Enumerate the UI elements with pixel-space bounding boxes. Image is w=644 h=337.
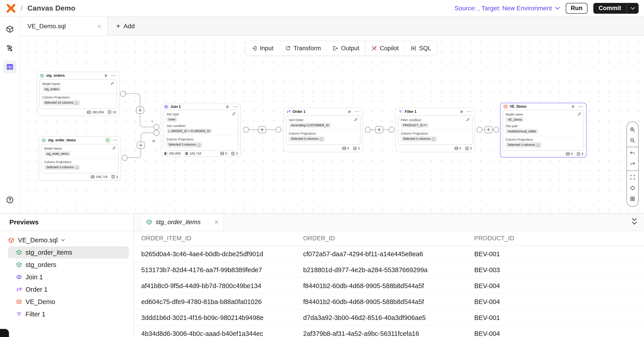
redo-button[interactable] bbox=[627, 159, 638, 170]
fit-view-button[interactable] bbox=[627, 172, 638, 183]
plus-icon: + bbox=[116, 22, 120, 30]
add-input-button[interactable]: Input bbox=[246, 41, 279, 56]
output-port[interactable] bbox=[243, 127, 249, 132]
info-icon[interactable]: i bbox=[75, 101, 78, 105]
environment-selector[interactable]: Source: , Target: New Environment bbox=[454, 5, 560, 12]
fullscreen-icon bbox=[630, 174, 636, 180]
center-view-button[interactable] bbox=[627, 183, 638, 193]
zoom-in-button[interactable] bbox=[627, 124, 638, 135]
output-port[interactable] bbox=[122, 155, 127, 160]
chevron-down-icon[interactable] bbox=[61, 239, 65, 241]
cell-order-id: b218801d-d977-4e2b-a284-55387669299a bbox=[303, 266, 474, 274]
commit-options-button[interactable] bbox=[626, 3, 638, 14]
output-port[interactable] bbox=[365, 127, 370, 132]
copilot-button[interactable]: Copilot bbox=[366, 41, 404, 56]
tree-item-filter-1[interactable]: Filter 1 bbox=[8, 308, 129, 320]
run-node-button[interactable] bbox=[105, 138, 111, 143]
sidebar-item-lineage[interactable] bbox=[3, 42, 16, 55]
sidebar-item-canvas-editor[interactable] bbox=[3, 60, 16, 73]
cube-icon bbox=[6, 25, 14, 33]
info-icon[interactable]: i bbox=[536, 144, 540, 147]
tree-item-stg-order-items[interactable]: stg_order_items bbox=[8, 246, 129, 258]
node-ve-demo[interactable]: VE_Demo ··· Model name VE_Demo File path bbox=[500, 103, 586, 158]
run-button[interactable]: Run bbox=[566, 3, 587, 14]
run-node-button[interactable] bbox=[225, 104, 230, 110]
floating-corner-element[interactable] bbox=[0, 329, 9, 337]
add-tab-button[interactable]: + Add bbox=[108, 17, 143, 36]
help-button[interactable] bbox=[3, 193, 16, 206]
node-menu-button[interactable]: ··· bbox=[354, 110, 360, 114]
column-count-stat: 3 bbox=[231, 152, 238, 155]
info-icon[interactable]: i bbox=[320, 138, 323, 141]
node-stg-orders[interactable]: stg_orders ··· Model Name stg_orders bbox=[37, 72, 119, 116]
sort-icon bbox=[286, 110, 290, 114]
node-join-1[interactable]: Join 1 ··· Join type Inner Join conditio… bbox=[161, 104, 241, 157]
commit-button[interactable]: Commit bbox=[593, 3, 627, 14]
tree-item-join-1[interactable]: Join 1 bbox=[8, 271, 129, 283]
run-node-button[interactable] bbox=[459, 109, 464, 114]
auto-layout-button[interactable] bbox=[627, 193, 638, 204]
close-preview-tab-icon[interactable]: × bbox=[214, 218, 218, 226]
table-row: b265d0a4-3c46-4ae4-b0db-dcbe25df901d cf0… bbox=[134, 246, 644, 262]
sidebar-item-models[interactable] bbox=[3, 23, 16, 36]
info-icon[interactable]: i bbox=[75, 166, 78, 169]
zoom-out-icon bbox=[630, 138, 636, 143]
input-port-left[interactable] bbox=[154, 124, 159, 130]
right-input-count: 106,718 bbox=[189, 152, 201, 155]
tree-item-label: Filter 1 bbox=[26, 310, 46, 318]
edit-icon[interactable] bbox=[466, 118, 470, 121]
run-node-button[interactable] bbox=[347, 109, 352, 114]
controls-divider bbox=[627, 171, 638, 171]
input-port[interactable] bbox=[389, 127, 394, 132]
node-menu-button[interactable]: ··· bbox=[113, 138, 118, 142]
input-port[interactable] bbox=[494, 127, 499, 132]
add-output-button[interactable]: Output bbox=[327, 41, 365, 56]
node-menu-button[interactable]: ··· bbox=[467, 110, 472, 114]
cell-product-id: BEV-004 bbox=[474, 298, 644, 305]
node-menu-button[interactable]: ··· bbox=[111, 73, 116, 78]
node-filter-1[interactable]: Filter 1 ··· Filter condition PRODUCT_ID… bbox=[396, 108, 475, 152]
output-port[interactable] bbox=[477, 127, 482, 132]
chevron-down-icon bbox=[555, 7, 560, 10]
rows-icon bbox=[87, 111, 90, 114]
input-port[interactable] bbox=[276, 127, 281, 132]
preview-tab-stg-order-items[interactable]: stg_order_items × bbox=[141, 214, 224, 231]
zoom-out-button[interactable] bbox=[627, 135, 638, 146]
edit-icon[interactable] bbox=[354, 118, 358, 121]
brand-logo-icon[interactable] bbox=[6, 3, 16, 13]
run-node-button[interactable] bbox=[570, 104, 576, 109]
cell-order-id: cf072a57-daa7-4294-bf11-a14e445e8ea6 bbox=[303, 250, 474, 258]
edit-icon[interactable] bbox=[578, 112, 581, 116]
sql-button[interactable]: SQL bbox=[405, 41, 437, 56]
tree-item-ve-demo[interactable]: VE_Demo bbox=[8, 296, 129, 308]
sort-icon bbox=[16, 286, 22, 292]
canvas[interactable]: L R Input Transform bbox=[20, 36, 644, 213]
cell-product-id: BEV-003 bbox=[474, 266, 644, 274]
column-header: ORDER_ID bbox=[303, 235, 474, 242]
info-icon[interactable]: i bbox=[197, 144, 200, 147]
output-port[interactable] bbox=[120, 91, 126, 97]
edit-icon[interactable] bbox=[110, 82, 114, 85]
model-cube-icon bbox=[40, 74, 44, 78]
card-divider bbox=[398, 130, 472, 130]
add-transform-button[interactable]: Transform bbox=[279, 41, 327, 56]
info-icon[interactable]: i bbox=[432, 138, 435, 141]
edit-icon[interactable] bbox=[232, 112, 236, 116]
edit-icon[interactable] bbox=[112, 146, 116, 150]
node-order-1[interactable]: Order 1 ··· Sort Order Ascending CUSTOME… bbox=[284, 108, 363, 152]
node-menu-button[interactable]: ··· bbox=[232, 105, 238, 109]
cell-order-item-id: 3ddd1b6d-3021-4f16-b09c-980214b9498e bbox=[134, 314, 303, 321]
run-node-button[interactable] bbox=[103, 73, 109, 78]
tree-item-order-1[interactable]: Order 1 bbox=[8, 283, 129, 295]
chevron-down-icon bbox=[630, 7, 635, 10]
tree-item-stg-orders[interactable]: stg_orders bbox=[8, 259, 129, 271]
tab-ve-demo-sql[interactable]: VE_Demo.sql × bbox=[20, 17, 108, 36]
input-port-right[interactable] bbox=[154, 130, 159, 136]
node-stg-order-items[interactable]: stg_order_items ··· Model Name stg_order… bbox=[39, 136, 121, 180]
close-tab-icon[interactable]: × bbox=[97, 23, 101, 30]
node-menu-button[interactable]: ··· bbox=[578, 104, 584, 109]
undo-button[interactable] bbox=[627, 148, 638, 159]
tree-root-ve-demo-sql[interactable]: VE_Demo.sql bbox=[0, 234, 134, 246]
filter-icon bbox=[16, 311, 22, 317]
collapse-panel-button[interactable] bbox=[631, 218, 638, 227]
